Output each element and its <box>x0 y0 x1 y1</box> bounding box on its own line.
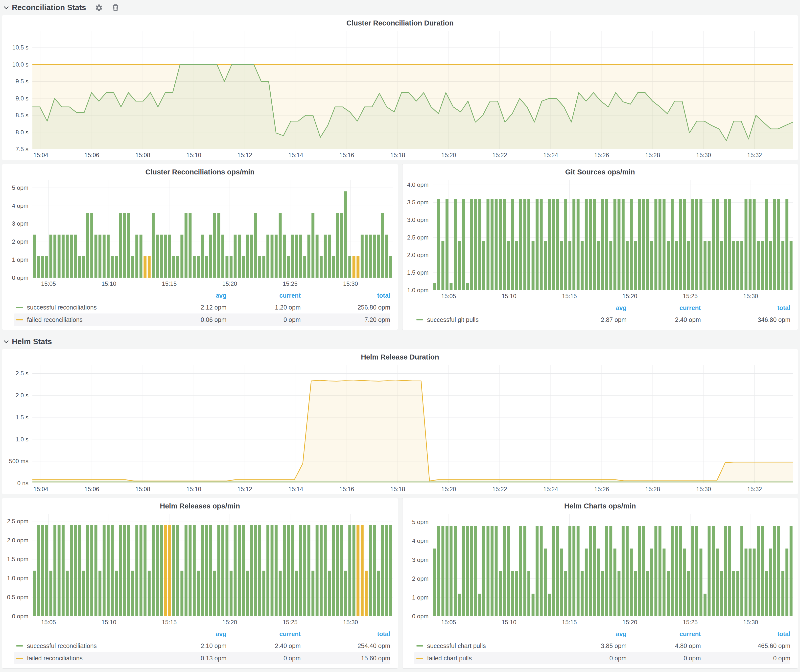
legend-col-avg[interactable]: avg <box>560 630 627 638</box>
stat-total: 15.60 opm <box>301 655 390 662</box>
panel-title[interactable]: Helm Releases ops/min <box>2 498 398 511</box>
series-toggle[interactable]: failed reconciliations <box>16 655 160 662</box>
x-tick-label: 15:25 <box>275 280 305 287</box>
x-tick-label: 15:16 <box>332 486 362 493</box>
stat-current: 0 opm <box>627 655 701 662</box>
y-tick-label: 2 opm <box>12 238 29 245</box>
legend-row: failed reconciliations 0.06 opm 0 opm 7.… <box>14 314 390 326</box>
y-tick-label: 0 opm <box>12 274 29 281</box>
cluster-reconciliation-duration-chart[interactable]: 10.5 s10.0 s9.5 s9.0 s8.5 s8.0 s7.5 s 15… <box>2 28 798 160</box>
section-title[interactable]: Helm Stats <box>12 337 52 346</box>
series-toggle[interactable]: successful reconciliations <box>16 304 160 311</box>
panel-title[interactable]: Helm Charts ops/min <box>402 498 798 511</box>
series-toggle[interactable]: failed reconciliations <box>16 316 160 323</box>
series-name[interactable]: failed reconciliations <box>27 316 83 323</box>
legend-col-total[interactable]: total <box>301 630 390 638</box>
series-name[interactable]: failed chart pulls <box>427 655 472 662</box>
cluster-reconciliations-ops-chart[interactable]: 5 opm4 opm3 opm2 opm1 opm0 opm 15:0515:1… <box>2 177 398 289</box>
x-tick-label: 15:18 <box>383 152 413 158</box>
section-reconciliation-stats[interactable]: Reconciliation Stats <box>2 0 798 15</box>
series-toggle[interactable]: failed chart pulls <box>416 655 560 662</box>
legend-header: avg current total <box>414 302 790 314</box>
plot-area[interactable] <box>433 180 793 290</box>
x-tick-label: 15:08 <box>128 152 158 158</box>
stat-total: 256.80 opm <box>301 304 390 311</box>
y-tick-label: 1.5 s <box>16 414 29 421</box>
legend-col-avg[interactable]: avg <box>160 630 227 638</box>
x-tick-label: 15:20 <box>434 486 464 493</box>
x-tick-label: 15:16 <box>332 152 362 158</box>
x-tick-label: 15:14 <box>281 486 311 493</box>
legend-col-current[interactable]: current <box>227 292 301 299</box>
section-title[interactable]: Reconciliation Stats <box>12 3 86 12</box>
legend-col-current[interactable]: current <box>227 630 301 638</box>
stat-avg: 3.85 opm <box>560 642 627 650</box>
x-tick-label: 15:25 <box>275 619 305 626</box>
series-swatch <box>16 658 23 659</box>
y-tick-label: 1.0 opm <box>7 575 29 582</box>
legend-col-current[interactable]: current <box>627 630 701 638</box>
series-name[interactable]: successful reconciliations <box>27 304 97 311</box>
git-sources-ops-chart[interactable]: 4.0 opm3.5 opm3.0 opm2.5 opm2.0 opm1.5 o… <box>402 177 798 301</box>
legend-row: successful reconciliations 2.10 opm 2.40… <box>14 640 390 652</box>
legend-col-total[interactable]: total <box>701 304 790 312</box>
legend-col-current[interactable]: current <box>627 304 701 312</box>
legend-row: failed chart pulls 0 opm 0 opm 0 opm <box>414 652 790 664</box>
x-tick-label: 15:04 <box>26 152 56 158</box>
series-name[interactable]: successful reconciliations <box>27 642 97 650</box>
legend-col-avg[interactable]: avg <box>160 292 227 299</box>
plot-area[interactable] <box>433 514 793 616</box>
plot-area[interactable] <box>32 514 393 616</box>
section-helm-stats[interactable]: Helm Stats <box>2 334 798 349</box>
y-tick-label: 500 ms <box>9 458 29 465</box>
plot-area[interactable] <box>32 180 393 278</box>
series-toggle[interactable]: successful chart pulls <box>416 642 560 650</box>
series-swatch <box>416 645 423 646</box>
y-tick-label: 0 opm <box>412 613 429 620</box>
stat-total: 7.20 opm <box>301 316 390 323</box>
legend-header: avg current total <box>14 628 390 640</box>
panel-title[interactable]: Git Sources ops/min <box>402 164 798 177</box>
legend-col-total[interactable]: total <box>301 292 390 299</box>
y-tick-label: 1 opm <box>412 594 429 601</box>
x-axis: 15:0515:1015:1515:2015:2515:30 <box>433 616 793 627</box>
series-swatch <box>16 645 23 646</box>
legend-header: avg current total <box>414 628 790 640</box>
legend-col-total[interactable]: total <box>701 630 790 638</box>
stat-current: 2.40 opm <box>627 316 701 323</box>
stat-total: 465.60 opm <box>701 642 790 650</box>
plot-area[interactable] <box>32 365 793 483</box>
x-tick-label: 15:22 <box>485 152 515 158</box>
helm-releases-ops-chart[interactable]: 2.5 opm2.0 opm1.5 opm1.0 opm0.5 opm0 opm… <box>2 511 398 627</box>
series-name[interactable]: successful chart pulls <box>427 642 486 650</box>
x-tick-label: 15:26 <box>587 486 616 493</box>
plot-area[interactable] <box>32 31 793 149</box>
x-tick-label: 15:25 <box>675 619 705 626</box>
y-tick-label: 1.5 opm <box>7 556 29 563</box>
panel-title[interactable]: Cluster Reconciliations ops/min <box>2 164 398 177</box>
helm-release-duration-chart[interactable]: 2.5 s2.0 s1.5 s1.0 s500 ms0 ns 15:0415:0… <box>2 362 798 494</box>
y-tick-label: 1 opm <box>12 256 29 263</box>
x-tick-label: 15:24 <box>536 486 565 493</box>
x-axis: 15:0415:0615:0815:1015:1215:1415:1615:18… <box>32 149 793 160</box>
y-tick-label: 5 opm <box>12 184 29 191</box>
x-tick-label: 15:32 <box>740 486 769 493</box>
legend-col-avg[interactable]: avg <box>560 304 627 312</box>
x-tick-label: 15:15 <box>555 293 584 300</box>
x-tick-label: 15:24 <box>536 152 565 158</box>
gear-icon[interactable] <box>95 4 103 12</box>
x-tick-label: 15:06 <box>77 152 107 158</box>
panel-title[interactable]: Cluster Reconciliation Duration <box>2 15 798 28</box>
series-toggle[interactable]: successful reconciliations <box>16 642 160 650</box>
helm-charts-ops-chart[interactable]: 5 opm4 opm3 opm2 opm1 opm0 opm 15:0515:1… <box>402 511 798 627</box>
stat-current: 2.40 opm <box>227 642 301 650</box>
y-tick-label: 4.0 opm <box>407 181 429 188</box>
trash-icon[interactable] <box>112 4 119 12</box>
stat-avg: 2.10 opm <box>160 642 227 650</box>
series-toggle[interactable]: successful git pulls <box>416 316 560 323</box>
series-name[interactable]: failed reconciliations <box>27 655 83 662</box>
panel-title[interactable]: Helm Release Duration <box>2 349 798 362</box>
panel-cluster-reconciliation-duration: Cluster Reconciliation Duration 10.5 s10… <box>2 15 798 160</box>
x-axis: 15:0415:0615:0815:1015:1215:1415:1615:18… <box>32 483 793 494</box>
series-name[interactable]: successful git pulls <box>427 316 478 323</box>
